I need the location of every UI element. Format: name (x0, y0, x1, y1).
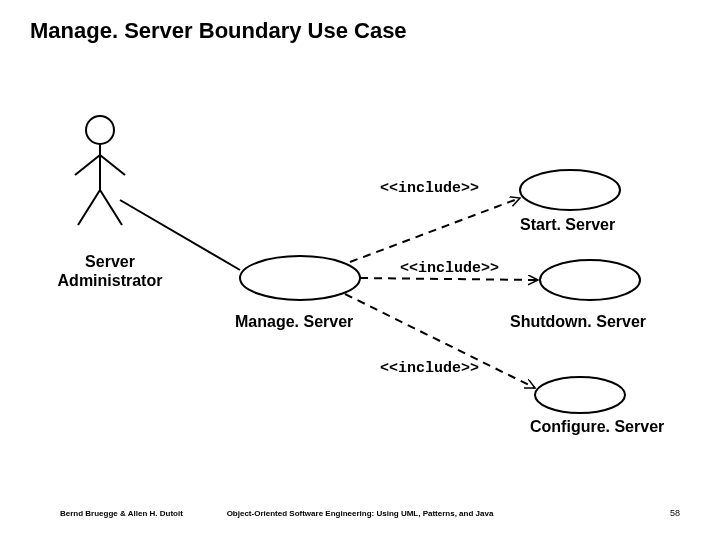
actor-icon (75, 116, 125, 225)
include-arrow-shutdown (360, 278, 538, 280)
include-label-1: <<include>> (380, 180, 479, 197)
usecase-configure (535, 377, 625, 413)
usecase-manage-label: Manage. Server (235, 313, 353, 331)
svg-point-0 (86, 116, 114, 144)
footer-book-title: Object-Oriented Software Engineering: Us… (0, 509, 720, 518)
include-label-3: <<include>> (380, 360, 479, 377)
svg-line-2 (75, 155, 100, 175)
usecase-shutdown (540, 260, 640, 300)
svg-line-4 (78, 190, 100, 225)
include-label-2: <<include>> (400, 260, 499, 277)
svg-line-3 (100, 155, 125, 175)
usecase-shutdown-label: Shutdown. Server (510, 313, 646, 331)
usecase-configure-label: Configure. Server (530, 418, 664, 436)
usecase-start (520, 170, 620, 210)
usecase-start-label: Start. Server (520, 216, 615, 234)
actor-label: ServerAdministrator (35, 252, 185, 290)
footer-page-number: 58 (670, 508, 680, 518)
usecase-manage (240, 256, 360, 300)
svg-line-5 (100, 190, 122, 225)
include-arrow-start (350, 198, 520, 262)
